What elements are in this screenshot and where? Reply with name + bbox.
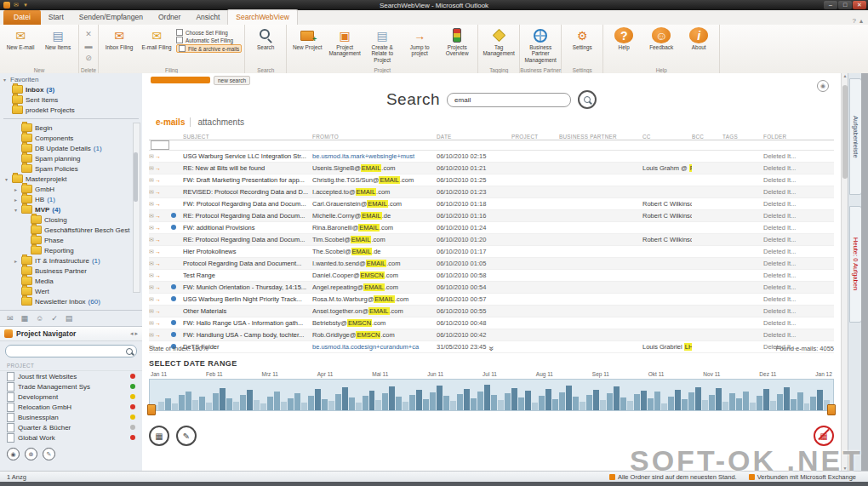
folder-spam-policies[interactable]: Spam Policies [0, 163, 142, 174]
project-businessplan[interactable]: Businessplan [0, 412, 142, 422]
search-button[interactable]: Search [248, 26, 283, 51]
help-button[interactable]: ?Help [606, 26, 642, 51]
feedback-button[interactable]: ☺Feedback [643, 26, 679, 51]
maximize-button[interactable]: □ [838, 1, 852, 9]
project-trade-management-sys[interactable]: Trade Management Sys [0, 381, 142, 392]
column-header-date[interactable]: DATE [437, 134, 511, 140]
about-button[interactable]: iAbout [681, 26, 717, 51]
inbox-filing-button[interactable]: ✉Inbox Filing [101, 26, 137, 51]
settings-button[interactable]: ⚙Settings [564, 26, 600, 51]
email-row[interactable]: ✉→FW: Protocol Regarding Data and Docum.… [149, 198, 834, 210]
business-partner-management-button[interactable]: Business Partner Management [523, 26, 558, 64]
choose-set-filing-option[interactable]: Choose Set Filing [176, 29, 242, 36]
search-input[interactable] [447, 93, 571, 107]
email-row[interactable]: ✉→Other MaterialsAnsel.together.on@EMAIL… [149, 306, 834, 317]
folder-gesch-ftsf-hrer-besch-gest[interactable]: Geschäftsführer Besch Gest [0, 225, 142, 235]
column-header-folder[interactable]: FOLDER [763, 134, 823, 140]
folder-phase[interactable]: Phase [0, 235, 142, 245]
project-joust-first-websites[interactable]: Joust first Websites [0, 371, 142, 381]
help-icon[interactable]: ? [853, 17, 856, 25]
email-row[interactable]: ✉→USG Warburg Service LLC Integration St… [149, 151, 834, 163]
email-row[interactable]: ✉→RE: Protocol Regarding Data and Docum.… [149, 210, 834, 222]
folder-mvp[interactable]: ▾MVP(4) [0, 204, 142, 214]
column-header-bcc[interactable]: BCC [692, 134, 722, 140]
column-header-tags[interactable]: TAGS [722, 134, 763, 140]
folder-it-infrastructure[interactable]: ▸IT & Infrastructure(1) [0, 255, 142, 266]
email-row[interactable]: ✉→Hier ProtokollnewsThe.Scobel@EMAIL.de0… [149, 246, 834, 258]
notes-module-icon[interactable]: ▤ [66, 314, 73, 323]
tag-management-button[interactable]: Tag Management [481, 26, 517, 58]
folder-media[interactable]: Media [0, 276, 142, 286]
date-range-slider[interactable] [149, 379, 834, 411]
contacts-module-icon[interactable]: ☺ [36, 314, 43, 323]
email-row[interactable]: ✉→RE: New at Bits will be foundUsenis.Si… [149, 163, 834, 174]
favorites-header[interactable]: ▾ Favoriten [0, 73, 142, 84]
slider-handle-left[interactable] [147, 404, 156, 415]
tree-scrollbar[interactable] [133, 123, 140, 293]
projects-overview-button[interactable]: Projects Overview [439, 26, 475, 58]
column-header-from-to[interactable]: FROM/TO [312, 134, 437, 140]
tab-ansicht[interactable]: Ansicht [188, 10, 227, 25]
tasks-module-icon[interactable]: ✓ [51, 314, 58, 323]
create-relate-to-project-button[interactable]: ▤Create & Relate to Project [364, 26, 400, 64]
folder-hb[interactable]: ▸HB(1) [0, 194, 142, 204]
favorite-prodekt-projects[interactable]: prodekt Projects [0, 105, 142, 115]
calendar-button[interactable]: ▦ [149, 426, 169, 446]
project-search-input[interactable] [9, 346, 126, 356]
email-row[interactable]: ✉→FW: Draft Marketing Presentation for a… [149, 174, 834, 186]
folder-spam-planning[interactable]: Spam planning [0, 153, 142, 163]
footer-icon-1[interactable]: ◉ [7, 448, 20, 460]
email-row[interactable]: ✉→USG Warburg Berlin Night Priority Trac… [149, 294, 834, 306]
file-archive-e-mails-option[interactable]: File & archive e-mails [176, 44, 242, 53]
slider-handle-right[interactable] [827, 404, 836, 415]
tab-senden-empfangen[interactable]: Senden/Empfangen [71, 10, 151, 25]
project-relocation-gmbh[interactable]: Relocation GmbH [0, 402, 142, 412]
project-global-work[interactable]: Global Work [0, 432, 142, 443]
project-search-field[interactable] [5, 345, 137, 357]
folder-masterprojekt[interactable]: ▾Masterprojekt [0, 174, 142, 184]
column-header-subject[interactable]: SUBJECT [183, 134, 312, 140]
folder-wert[interactable]: Wert [0, 286, 142, 296]
email-row[interactable]: ✉→FW: Munich Orientation - Thursday, 14:… [149, 282, 834, 294]
tree-scrollbar-thumb[interactable] [134, 152, 138, 202]
folder-gmbh[interactable]: ▸GmbH [0, 184, 142, 194]
project-management-button[interactable]: ▣Project Management [327, 26, 363, 58]
calendar-module-icon[interactable]: ▦ [21, 314, 29, 323]
email-row[interactable]: ✉→REVISED: Protocol Recording Data and D… [149, 186, 834, 198]
side-tab-heute-0-aufgaben[interactable]: Heute: 0 Aufgaben [849, 206, 862, 323]
folder-business-partner[interactable]: Business Partner [0, 266, 142, 276]
result-tab-attachments[interactable]: attachments [190, 117, 243, 127]
email-row[interactable]: ✉→FW: Hallo Range USA - Information gath… [149, 317, 834, 329]
footer-icon-3[interactable]: ✎ [43, 448, 55, 460]
minimize-button[interactable]: – [824, 1, 837, 9]
folder-newsletter-inbox[interactable]: Newsletter Inbox(60) [0, 296, 142, 306]
new-items-button[interactable]: ▤New Items [40, 26, 76, 51]
expand-more-icon[interactable]: » [488, 346, 497, 352]
sweep-button[interactable]: ▬ [82, 40, 95, 51]
automatic-set-filing-option[interactable]: Automatic Set Filing [176, 37, 242, 43]
search-button[interactable] [578, 90, 597, 109]
mail-module-icon[interactable]: ✉ [7, 314, 14, 323]
new-e-mail-button[interactable]: ✉New E-mail [3, 26, 38, 51]
project-navigator-header[interactable]: Project Navigator ◂ ▸ [0, 326, 142, 341]
email-row[interactable]: ✉→Test RangeDaniel.Cooper@EMSCN.com06/10… [149, 270, 834, 282]
folder-closing[interactable]: Closing [0, 214, 142, 225]
new-project-button[interactable]: New Project [289, 26, 325, 51]
chevron-icons[interactable]: ◂ ▸ [130, 330, 138, 337]
jump-to-project-button[interactable]: →Jump to project [402, 26, 437, 58]
tab-start[interactable]: Start [41, 10, 71, 25]
edit-button[interactable]: ✎ [176, 426, 197, 446]
project-development[interactable]: Development [0, 392, 142, 402]
tab-searchwebview[interactable]: SearchWebView [227, 9, 298, 25]
side-tab-aufgabenleiste[interactable]: Aufgabenleiste [849, 78, 862, 195]
junk-button[interactable]: ⊘ [82, 52, 95, 63]
email-row[interactable]: ✉→Protocol Regarding Data and Document..… [149, 258, 834, 270]
tab-datei[interactable]: Datei [3, 10, 41, 25]
folder-reporting[interactable]: Reporting [0, 245, 142, 255]
new-search-button[interactable]: new search [214, 76, 250, 85]
folder-components[interactable]: Components [0, 133, 142, 143]
column-header-cc[interactable]: CC [642, 134, 692, 140]
folder-db-update-details[interactable]: DB Update Details(1) [0, 143, 142, 153]
favorite-inbox[interactable]: Inbox(3) [0, 84, 142, 94]
reset-filter-button[interactable]: ▦ [814, 426, 834, 446]
